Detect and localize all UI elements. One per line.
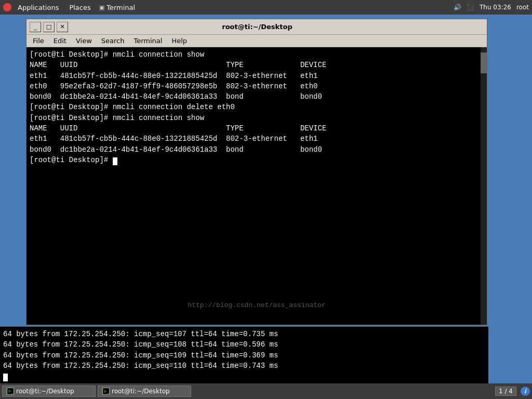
taskbar-item-2[interactable]: >_ root@ti:~/Desktop <box>98 385 191 397</box>
system-bar: Applications Places ▣ Terminal 🔊 ⬛ Thu 0… <box>0 0 532 15</box>
taskbar-item-1[interactable]: >_ root@ti:~/Desktop <box>2 385 96 397</box>
terminal-label: Terminal <box>107 4 135 11</box>
bottom-cursor <box>3 374 8 381</box>
scrollbar[interactable] <box>481 47 487 325</box>
minimize-button[interactable]: _ <box>30 22 41 32</box>
system-bar-left: Applications Places ▣ Terminal <box>3 3 135 12</box>
applications-menu[interactable]: Applications <box>14 3 63 12</box>
menu-search[interactable]: Search <box>97 36 129 46</box>
menu-view[interactable]: View <box>72 36 96 46</box>
terminal-menu-bar: File Edit View Search Terminal Help <box>26 35 487 47</box>
clock: Thu 03:26 <box>480 4 511 11</box>
volume-icon: 🔊 <box>454 4 461 11</box>
watermark: http://blog.csdn.net/ass_assinator <box>188 301 325 309</box>
taskbar-right: 1 / 4 i <box>495 387 530 396</box>
taskbar: >_ root@ti:~/Desktop >_ root@ti:~/Deskto… <box>0 383 532 399</box>
terminal-indicator: ▣ Terminal <box>99 4 135 11</box>
bottom-terminal[interactable]: 64 bytes from 172.25.254.250: icmp_seq=1… <box>0 326 488 383</box>
term-icon-1: >_ <box>7 388 14 395</box>
menu-file[interactable]: File <box>29 36 48 46</box>
maximize-button[interactable]: □ <box>43 22 55 32</box>
close-button[interactable]: ✕ <box>57 22 68 32</box>
network-icon: ⬛ <box>467 4 474 11</box>
page-indicator: 1 / 4 <box>495 387 516 396</box>
terminal-window: _ □ ✕ root@ti:~/Desktop File Edit View S… <box>26 19 487 325</box>
menu-terminal[interactable]: Terminal <box>129 36 166 46</box>
terminal-content[interactable]: [root@ti Desktop]# nmcli connection show… <box>26 47 487 325</box>
terminal-titlebar: _ □ ✕ root@ti:~/Desktop <box>26 19 487 35</box>
user-label: root <box>516 4 529 11</box>
titlebar-buttons: _ □ ✕ <box>30 22 68 32</box>
menu-help[interactable]: Help <box>167 36 191 46</box>
cursor <box>113 157 117 165</box>
terminal-icon: ▣ <box>99 4 104 11</box>
info-icon: i <box>521 387 530 396</box>
menu-edit[interactable]: Edit <box>49 36 71 46</box>
system-bar-right: 🔊 ⬛ Thu 03:26 root <box>454 4 529 11</box>
terminal-output: [root@ti Desktop]# nmcli connection show… <box>30 49 484 165</box>
term-icon-2: >_ <box>102 388 110 395</box>
ping-output: 64 bytes from 172.25.254.250: icmp_seq=1… <box>3 329 485 381</box>
taskbar-label-2: root@ti:~/Desktop <box>112 388 170 395</box>
terminal-title: root@ti:~/Desktop <box>68 23 446 31</box>
places-menu[interactable]: Places <box>65 3 95 12</box>
taskbar-label-1: root@ti:~/Desktop <box>16 388 74 395</box>
app-icon <box>3 3 11 11</box>
scrollbar-thumb[interactable] <box>481 52 487 73</box>
